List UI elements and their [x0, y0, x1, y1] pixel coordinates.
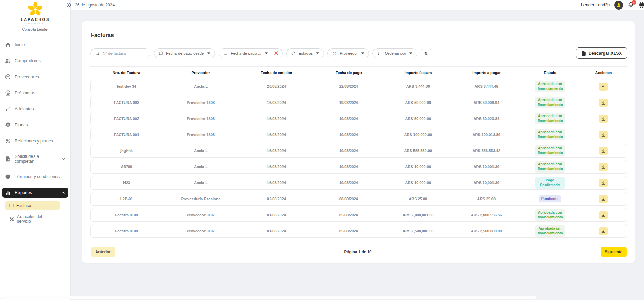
- column-header: Fecha de pago: [314, 71, 383, 75]
- language-globe-icon[interactable]: [639, 1, 644, 9]
- sidebar-item-compradores[interactable]: Compradores: [2, 56, 68, 66]
- person-outline-icon: [332, 51, 337, 56]
- download-icon: [601, 100, 605, 105]
- clear-filter-icon[interactable]: [271, 51, 278, 55]
- cell-invoice-number: test dev 34: [91, 84, 162, 88]
- cell-invoice-amount: ARS 50,000.00: [383, 100, 452, 105]
- cell-actions: [580, 115, 627, 123]
- download-invoice-button[interactable]: [599, 131, 608, 139]
- sidebar-subitem-aranceles-del-servicio[interactable]: Aranceles del servicio: [5, 212, 60, 226]
- chart-icon: [5, 190, 11, 196]
- sidebar-collapse-icon[interactable]: [67, 3, 72, 7]
- download-invoice-button[interactable]: [599, 163, 608, 171]
- people-icon: [5, 58, 11, 64]
- sidebar-item-relaciones-y-planes[interactable]: Relaciones y planes: [2, 136, 68, 146]
- logo-subtitle: LENDING: [0, 22, 70, 24]
- cell-issue-date: 16/08/2024: [239, 133, 314, 137]
- cell-invoice-number: FACTURA 001: [91, 133, 162, 137]
- download-invoice-button[interactable]: [599, 147, 608, 155]
- filter-states-label: Estados: [299, 51, 313, 55]
- column-header: Acciones: [580, 71, 627, 75]
- download-xlsx-button[interactable]: Descargar XLSX: [576, 47, 627, 59]
- sidebar-item-solicitudes-a-completar[interactable]: Solicitudes a completar: [2, 152, 68, 166]
- download-icon: [601, 181, 605, 185]
- invoice-row: H23Ancla L16/08/202419/08/2024ARS 10,000…: [90, 176, 627, 190]
- download-invoice-button[interactable]: [599, 227, 608, 235]
- cell-payment-date: 19/08/2024: [314, 149, 383, 153]
- cell-payable-amount: ARS 2,000,556.56: [452, 213, 520, 217]
- sidebar-item-adelantos[interactable]: Adelantos: [2, 104, 68, 114]
- download-icon: [601, 149, 605, 153]
- download-invoice-button[interactable]: [599, 179, 608, 187]
- next-page-button[interactable]: Siguiente: [601, 247, 627, 257]
- search-input[interactable]: [103, 51, 144, 55]
- chevron-down-icon: [409, 52, 412, 54]
- filter-states[interactable]: Estados: [286, 48, 324, 58]
- download-invoice-button[interactable]: [599, 83, 608, 91]
- download-invoice-button[interactable]: [599, 195, 608, 203]
- sidebar-item-planes[interactable]: Planes: [2, 120, 68, 130]
- download-icon: [601, 117, 605, 121]
- topbar-right: Lender Lend2b 17: [581, 1, 644, 10]
- sidebar-item-label: Adelantos: [15, 107, 34, 111]
- cell-provider: Proveedor 1608: [162, 117, 239, 121]
- filter-sort-label: Ordenar por: [385, 51, 406, 55]
- sort-direction-toggle[interactable]: [421, 49, 431, 58]
- cell-status: Aprobada con financiamiento: [520, 209, 580, 220]
- download-invoice-button[interactable]: [599, 115, 608, 123]
- cell-invoice-number: Factura 0108: [91, 213, 162, 217]
- sidebar-item-proveedores[interactable]: Proveedores: [2, 72, 68, 82]
- cell-payment-date: 19/08/2024: [314, 133, 383, 137]
- filter-sort[interactable]: Ordenar por: [372, 48, 417, 58]
- sidebar-item-inicio[interactable]: Inicio: [2, 40, 68, 50]
- cell-payment-date: 05/08/2024: [314, 213, 383, 217]
- cell-issue-date: 16/08/2024: [239, 117, 314, 121]
- cell-issue-date: 20/08/2024: [239, 84, 314, 88]
- filter-date-from[interactable]: Fecha de pago desde: [154, 48, 215, 58]
- user-avatar[interactable]: [614, 1, 623, 10]
- horizontal-scrollbar-thumb[interactable]: [1, 296, 537, 299]
- sidebar-item-label: Términos y condiciones: [15, 174, 60, 179]
- download-icon: [601, 165, 605, 169]
- logo-title: LAPACHOS: [0, 17, 70, 22]
- sidebar-item-terminos-y-condiciones[interactable]: Términos y condiciones: [2, 172, 68, 182]
- sidebar: LAPACHOS LENDING Consola Lender InicioCo…: [0, 0, 71, 300]
- user-name: Lender Lend2b: [581, 3, 610, 8]
- cell-issue-date: 16/08/2024: [239, 165, 314, 169]
- document-file-icon: [581, 51, 586, 56]
- cell-issue-date: 02/08/2024: [239, 197, 314, 201]
- cell-provider: Proveeduría Escalona: [162, 197, 239, 201]
- arrows-up-down-icon: [424, 51, 429, 56]
- sidebar-item-reportes[interactable]: Reportes: [2, 188, 68, 198]
- lapachos-flower-logo-icon: [27, 1, 43, 17]
- filter-date-to[interactable]: Fecha de pago ...: [219, 48, 283, 58]
- cell-actions: [580, 99, 627, 107]
- sidebar-subitem-facturas[interactable]: Facturas: [5, 201, 60, 210]
- sidebar-item-label: Reportes: [15, 190, 32, 195]
- cell-payable-amount: ARS 50,020.84: [452, 117, 520, 121]
- cell-payment-date: 19/08/2024: [314, 100, 383, 105]
- download-icon: [601, 197, 605, 201]
- invoice-search-field[interactable]: [90, 48, 150, 58]
- cell-actions: [580, 227, 627, 235]
- cell-actions: [580, 179, 627, 187]
- cube-icon: [5, 74, 11, 80]
- status-badge: Aprobada sin financiamiento: [535, 225, 565, 236]
- notifications-bell-icon[interactable]: 17: [628, 2, 634, 8]
- chevron-down-icon: [316, 52, 319, 54]
- home-icon: [5, 42, 11, 48]
- download-invoice-button[interactable]: [599, 99, 608, 107]
- calendar-icon: [159, 51, 163, 55]
- download-invoice-button[interactable]: [599, 211, 608, 219]
- page-indicator: Página 1 de 10: [344, 250, 372, 254]
- cell-invoice-number: L2B-01: [91, 197, 162, 201]
- cell-payment-date: 19/08/2024: [314, 181, 383, 185]
- cell-payment-date: 19/08/2024: [314, 117, 383, 121]
- current-date: 26 de agosto de 2024: [75, 3, 115, 8]
- cell-invoice-number: FACTURA 003: [91, 100, 162, 105]
- previous-page-button[interactable]: Anterior: [91, 247, 115, 257]
- filter-provider[interactable]: Proveedor: [327, 48, 369, 58]
- sidebar-item-prestamos[interactable]: Préstamos: [2, 88, 68, 98]
- cell-actions: [580, 195, 627, 203]
- sidebar-subitem-label: Facturas: [16, 203, 32, 208]
